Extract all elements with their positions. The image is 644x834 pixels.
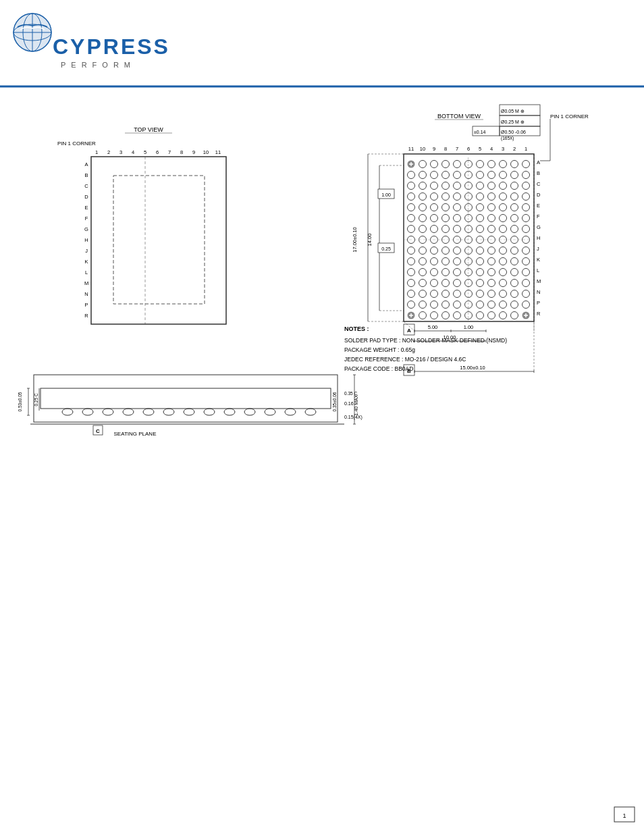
svg-text:1: 1 [525, 146, 527, 152]
svg-text:F: F [537, 213, 540, 219]
svg-text:A: A [407, 328, 411, 334]
svg-point-115 [224, 409, 235, 415]
company-name: CYPRESS [53, 34, 170, 59]
svg-rect-76 [404, 154, 534, 321]
dim-0-16: 0.16 [344, 401, 354, 406]
bottom-view-pin1-label: PIN 1 CORNER [550, 113, 589, 120]
svg-text:4: 4 [490, 146, 493, 152]
svg-text:±0.14: ±0.14 [474, 130, 486, 134]
dim-0-53: 0.53±0.05 [18, 392, 22, 411]
svg-text:Ø0.25 M ⊕: Ø0.25 M ⊕ [501, 120, 525, 124]
svg-text:K: K [84, 259, 88, 265]
svg-text:11: 11 [215, 149, 221, 155]
notes-line-4: PACKAGE CODE : BB0AD [344, 365, 413, 372]
svg-text:10: 10 [203, 149, 209, 155]
svg-text:10: 10 [420, 146, 425, 152]
svg-text:P: P [537, 300, 540, 306]
svg-text:8: 8 [444, 146, 447, 152]
svg-text:M: M [84, 280, 88, 286]
svg-text:J: J [85, 248, 88, 254]
dim-0-35: 0.35±0.06 [332, 392, 337, 411]
svg-text:A: A [84, 161, 88, 167]
svg-text:E: E [537, 203, 540, 209]
svg-text:7: 7 [168, 149, 171, 155]
dim-5: 5.00 [428, 324, 438, 330]
svg-point-116 [244, 409, 255, 415]
dim-15: 15.00±0.10 [460, 365, 485, 371]
svg-rect-36 [113, 176, 205, 304]
svg-point-117 [265, 409, 275, 415]
svg-point-109 [103, 409, 113, 415]
svg-text:N: N [84, 291, 88, 297]
svg-point-107 [62, 409, 73, 415]
seating-plane-label: SEATING PLANE [114, 431, 157, 437]
svg-text:L: L [537, 267, 539, 273]
notes-line-3: JEDEC REFERENCE : MO-216 / DESIGN 4.6C [344, 356, 466, 363]
svg-rect-106 [41, 388, 331, 409]
svg-text:1: 1 [95, 149, 98, 155]
svg-text:G: G [537, 224, 541, 230]
svg-text:3: 3 [119, 149, 122, 155]
svg-text:2: 2 [513, 146, 516, 152]
svg-text:Ø0.05 M ⊕: Ø0.05 M ⊕ [501, 109, 525, 113]
top-view-title: TOP VIEW [134, 126, 163, 133]
svg-text:R: R [84, 313, 88, 319]
svg-text:5: 5 [479, 146, 481, 152]
svg-point-113 [184, 409, 194, 415]
bottom-view-title: BOTTOM VIEW [437, 113, 481, 120]
svg-text:H: H [84, 237, 88, 243]
svg-text:7: 7 [456, 146, 458, 152]
svg-rect-35 [91, 157, 226, 324]
svg-text:C: C [84, 183, 88, 189]
svg-text:D: D [537, 192, 541, 198]
notes-line-1: SOLDER PAD TYPE : NON SOLDER MASK DEFINE… [344, 337, 507, 344]
svg-text:(165X): (165X) [501, 136, 514, 141]
svg-text:3: 3 [502, 146, 504, 152]
svg-text:J: J [537, 246, 539, 252]
svg-text:H: H [537, 235, 540, 241]
top-view-pin1-label: PIN 1 CORNER [57, 140, 96, 147]
svg-point-111 [143, 409, 154, 415]
svg-text:E: E [84, 205, 88, 211]
svg-text:R: R [537, 311, 541, 317]
svg-text:F: F [85, 215, 88, 221]
svg-text:D: D [84, 194, 88, 200]
dim-1: 1.00 [464, 324, 474, 330]
svg-text:6: 6 [156, 149, 159, 155]
page-number: 1 [622, 812, 626, 819]
svg-point-119 [305, 409, 316, 415]
dim-17: 17.00±0.10 [352, 227, 358, 252]
svg-text:0.25 C: 0.25 C [34, 393, 38, 406]
svg-point-118 [285, 409, 296, 415]
notes-title: NOTES : [344, 325, 369, 332]
svg-text:C: C [537, 181, 541, 187]
svg-text:11: 11 [408, 146, 414, 152]
svg-text:0.25: 0.25 [381, 246, 391, 251]
svg-text:5: 5 [144, 149, 146, 155]
svg-text:B: B [84, 172, 88, 178]
svg-text:2: 2 [107, 149, 110, 155]
svg-point-110 [123, 409, 134, 415]
svg-text:L: L [85, 269, 88, 276]
svg-text:N: N [537, 289, 540, 295]
svg-text:A: A [537, 159, 540, 165]
svg-text:4: 4 [132, 149, 134, 155]
svg-point-114 [204, 409, 215, 415]
svg-text:6: 6 [467, 146, 470, 152]
svg-text:G: G [84, 226, 88, 232]
svg-text:K: K [537, 257, 540, 263]
svg-text:B: B [537, 170, 540, 176]
tagline: PERFORM [61, 61, 136, 69]
dim-14: 14.00 [367, 234, 373, 246]
svg-text:C: C [96, 428, 100, 434]
svg-text:9: 9 [433, 146, 435, 152]
svg-text:8: 8 [180, 149, 183, 155]
svg-text:Ø0.50 -0.06: Ø0.50 -0.06 [501, 130, 526, 134]
svg-text:1.00: 1.00 [381, 192, 391, 197]
svg-text:9: 9 [192, 149, 195, 155]
svg-text:M: M [537, 278, 541, 284]
svg-point-112 [163, 409, 174, 415]
notes-line-2: PACKAGE WEIGHT : 0.65g [344, 346, 415, 353]
svg-point-108 [82, 409, 93, 415]
svg-text:P: P [84, 302, 88, 308]
